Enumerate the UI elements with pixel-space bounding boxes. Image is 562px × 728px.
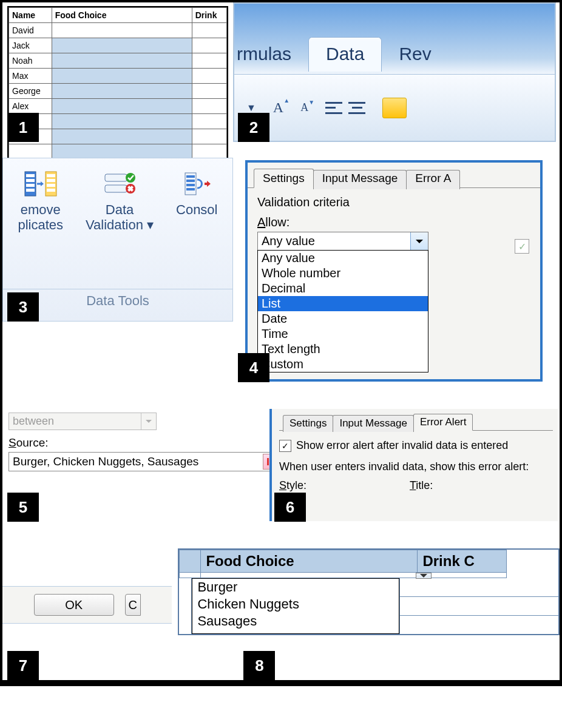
cell-option[interactable]: Chicken Nuggets [192,596,399,613]
cell-drink[interactable] [192,144,226,160]
chevron-down-icon[interactable] [410,232,428,250]
cell-food-selected[interactable] [52,99,192,114]
tab-settings[interactable]: Settings [254,169,314,188]
data-combobox-disabled: between [8,413,157,430]
cell-name[interactable]: George [9,84,52,99]
step-badge-8: 8 [243,651,275,680]
svg-rect-9 [47,189,55,192]
tab-data[interactable]: Data [308,37,382,72]
grow-font-icon[interactable]: A [273,99,283,116]
cell-drink[interactable] [192,114,226,129]
cell-food-selected[interactable] [52,38,192,53]
cell-name[interactable]: Max [9,69,52,84]
spreadsheet-selection[interactable]: Name Food Choice Drink David Jack Noah M… [7,6,228,161]
error-subtext: When user enters invalid data, show this… [279,460,553,473]
svg-rect-17 [186,175,195,178]
cancel-button[interactable]: C [125,594,141,616]
ignore-blank-checkbox[interactable] [515,239,529,254]
show-error-checkbox[interactable] [279,440,291,452]
cell-drink[interactable] [192,23,226,38]
svg-rect-4 [26,189,35,192]
svg-rect-11 [105,185,127,192]
allow-option[interactable]: Custom [258,357,428,372]
ribbon: rmulas Data Rev ▼ A A [233,2,556,142]
allow-combobox[interactable]: Any value [257,232,428,251]
remove-duplicates-button[interactable]: emove plicates [18,170,63,233]
tab-review[interactable]: Rev [382,38,448,72]
cell-option[interactable]: Sausages [192,613,399,630]
tab-input-message[interactable]: Input Message [333,415,414,432]
cell-name[interactable] [9,144,52,160]
allow-option[interactable]: List [258,296,428,311]
svg-rect-1 [26,174,35,177]
step-badge-2: 2 [238,113,269,142]
tab-error-alert[interactable]: Error Alert [413,414,473,431]
validation-criteria-label: Validation criteria [257,195,530,209]
cell-dropdown-list[interactable]: BurgerChicken NuggetsSausages [192,578,399,634]
alignment-buttons[interactable] [325,102,365,114]
tab-input-message[interactable]: Input Message [313,170,407,189]
cell-option[interactable]: Burger [192,579,399,596]
svg-rect-20 [186,188,195,190]
svg-rect-10 [105,174,127,181]
step-badge-6: 6 [274,493,306,522]
cell-food-selected[interactable] [52,53,192,69]
tab-formulas[interactable]: rmulas [234,38,308,72]
svg-rect-7 [47,179,55,182]
dialog-button-row: OK C [2,586,172,624]
svg-rect-18 [186,180,195,182]
allow-option[interactable]: Any value [258,251,428,266]
step-badge-3: 3 [7,292,39,322]
svg-rect-3 [26,184,35,187]
result-spreadsheet[interactable]: Food Choice Drink C BurgerChicken Nugget… [178,548,560,635]
cell-food-selected[interactable] [52,69,192,84]
col-food-header: Food Choice [52,8,192,23]
step-badge-4: 4 [238,353,269,382]
cell-food-selected[interactable] [52,84,192,99]
highlight-icon[interactable] [382,98,407,118]
cell-name[interactable]: David [9,23,52,38]
source-input[interactable]: Burger, Chicken Nuggets, Sausages [8,452,280,471]
cell-food-selected[interactable] [52,144,192,160]
tab-settings[interactable]: Settings [283,415,333,432]
cell-name[interactable]: Alex [9,99,52,114]
ok-button[interactable]: OK [34,594,114,616]
cell-drink[interactable] [192,53,226,69]
consolidate-button[interactable]: Consol [176,170,217,217]
cell-drink[interactable] [192,38,226,53]
cell-food-selected[interactable] [52,129,192,144]
cell-drink[interactable] [192,99,226,114]
step-badge-1: 1 [7,113,39,142]
allow-option[interactable]: Whole number [258,266,428,281]
allow-dropdown-list[interactable]: Any valueWhole numberDecimalListDateTime… [257,250,428,372]
cell-dropdown-icon[interactable] [416,573,432,579]
step-badge-5: 5 [7,493,39,522]
source-label: Source: [8,436,266,450]
tab-error-alert[interactable]: Error A [406,170,460,189]
cell-drink[interactable] [192,129,226,144]
cell-drink[interactable] [192,69,226,84]
svg-rect-2 [26,179,35,182]
align-center-icon[interactable] [348,102,365,114]
cell-drink[interactable] [192,84,226,99]
allow-option[interactable]: Date [258,311,428,326]
cell-food[interactable] [52,23,192,38]
align-left-icon[interactable] [325,102,342,114]
allow-option[interactable]: Decimal [258,281,428,296]
style-label: Style: [279,479,306,492]
svg-rect-19 [186,184,195,186]
data-validation-button[interactable]: Data Validation ▾ [86,170,154,233]
dropdown-icon[interactable]: ▼ [246,103,256,113]
col-name-header: Name [9,8,52,23]
allow-option[interactable]: Text length [258,342,428,357]
cell-name[interactable]: Jack [9,38,52,53]
show-error-label: Show error alert after invalid data is e… [296,439,508,452]
allow-label: Allow: [257,215,530,229]
active-cell[interactable] [201,573,418,578]
cell-food-selected[interactable] [52,114,192,129]
cell-name[interactable]: Noah [9,53,52,69]
title-label: Title: [410,479,433,492]
allow-option[interactable]: Time [258,326,428,342]
shrink-font-icon[interactable]: A [300,101,308,114]
col-food-header: Food Choice [201,550,418,573]
